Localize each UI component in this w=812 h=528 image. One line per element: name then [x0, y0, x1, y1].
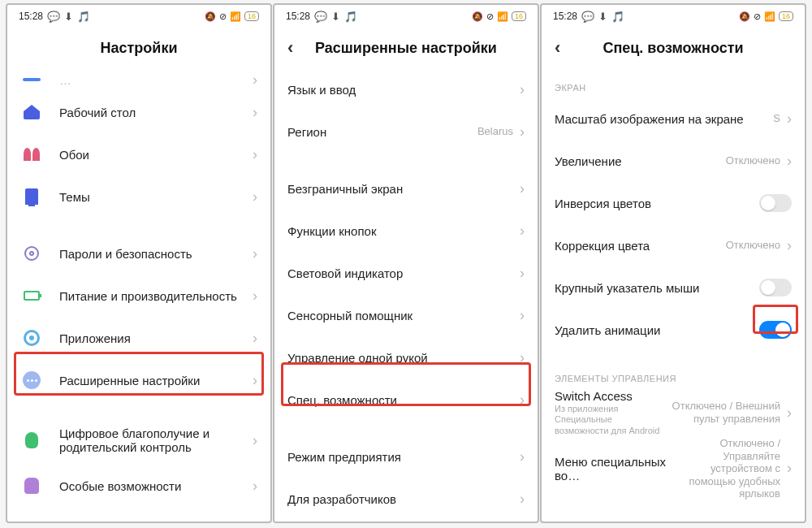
download-icon: ⬇ [598, 11, 607, 23]
settings-item-themes[interactable]: Темы › [7, 175, 270, 218]
adv-item-enterprise[interactable]: Режим предприятия › [274, 435, 538, 478]
row-label: Безграничный экран [287, 182, 520, 196]
page-title: Спец. возможности [603, 40, 743, 57]
phone-screen-accessibility: 15:28 💬 ⬇ 🎵 🔕 ⊘ 📶 16 ‹ Спец. возможности… [540, 3, 806, 523]
no-sim-icon: ⊘ [754, 11, 761, 22]
row-label: Увеличение [555, 154, 726, 168]
row-sub: Из приложения Специальные возможности дл… [555, 404, 667, 436]
chevron-right-icon: › [520, 349, 525, 366]
adv-item-fullscreen[interactable]: Безграничный экран › [274, 167, 538, 210]
settings-item-accessibility[interactable]: Особые возможности › [7, 465, 270, 507]
chevron-right-icon: › [253, 288, 257, 305]
chevron-right-icon: › [253, 188, 257, 206]
back-icon[interactable]: ‹ [287, 37, 293, 58]
more-icon [20, 369, 43, 392]
row-label: Регион [287, 125, 477, 139]
back-icon[interactable]: ‹ [555, 37, 560, 58]
row-label: Язык и ввод [287, 83, 520, 97]
row-label: Удалить анимации [555, 323, 759, 337]
wifi-icon: 📶 [497, 11, 508, 22]
adv-item-language[interactable]: Язык и ввод › [274, 68, 538, 110]
row-label: Темы [59, 190, 253, 204]
chevron-right-icon: › [520, 392, 525, 409]
chevron-right-icon: › [520, 123, 525, 141]
phone-screen-settings: 15:28 💬 ⬇ 🎵 🔕 ⊘ 📶 16 Настройки … › Рабоч… [6, 3, 272, 523]
chevron-right-icon: › [520, 223, 525, 240]
adv-item-led[interactable]: Световой индикатор › [274, 252, 538, 294]
chevron-right-icon: › [253, 372, 257, 389]
music-icon: 🎵 [77, 11, 90, 23]
chevron-right-icon: › [520, 265, 525, 282]
acc-item-magnification[interactable]: Увеличение Отключено › [542, 140, 805, 182]
title-row: ‹ Расширенные настройки [274, 28, 538, 68]
row-label: Питание и производительность [59, 289, 253, 303]
dnd-icon: 🔕 [472, 11, 483, 22]
battery-indicator: 16 [512, 11, 526, 21]
toggle-large-pointer[interactable] [759, 279, 792, 296]
chevron-right-icon: › [787, 237, 792, 254]
battery-icon [20, 284, 43, 307]
row-label: Масштаб изображения на экране [555, 112, 773, 126]
chevron-right-icon: › [787, 153, 792, 170]
row-label: Рабочий стол [59, 106, 253, 119]
adv-item-touch-assistant[interactable]: Сенсорный помощник › [274, 294, 538, 336]
phone-screen-advanced: 15:28 💬 ⬇ 🎵 🔕 ⊘ 📶 16 ‹ Расширенные настр… [273, 3, 539, 523]
row-value: S [773, 112, 780, 125]
chat-icon: 💬 [314, 11, 327, 23]
adv-item-region[interactable]: Регион Belarus › [274, 110, 538, 153]
status-bar: 15:28 💬 ⬇ 🎵 🔕 ⊘ 📶 16 [7, 5, 270, 28]
row-label: Управление одной рукой [287, 351, 520, 365]
acc-item-color-correction[interactable]: Коррекция цвета Отключено › [542, 224, 805, 266]
chat-icon: 💬 [47, 11, 60, 23]
toggle-remove-animations[interactable] [759, 321, 792, 339]
chevron-right-icon: › [253, 330, 257, 347]
title-row: Настройки [7, 28, 270, 68]
chevron-right-icon: › [787, 405, 792, 422]
chevron-right-icon: › [520, 491, 525, 508]
row-label: Световой индикатор [287, 266, 520, 280]
dnd-icon: 🔕 [205, 11, 216, 22]
adv-item-developer[interactable]: Для разработчиков › [274, 478, 538, 520]
row-label: Функции кнопок [287, 224, 520, 238]
dnd-icon: 🔕 [739, 11, 750, 22]
acc-item-display-scale[interactable]: Масштаб изображения на экране S › [542, 97, 805, 140]
chevron-right-icon: › [253, 432, 257, 449]
page-title: Расширенные настройки [315, 40, 497, 57]
toggle-color-inversion[interactable] [759, 194, 792, 212]
theme-icon [20, 185, 43, 208]
row-label: Для разработчиков [287, 492, 520, 506]
settings-item-battery[interactable]: Питание и производительность › [7, 275, 270, 317]
settings-item-advanced[interactable]: Расширенные настройки › [7, 359, 270, 401]
chevron-right-icon: › [520, 448, 525, 465]
chevron-right-icon: › [520, 81, 525, 98]
acc-item-remove-animations[interactable]: Удалить анимации [542, 309, 805, 351]
settings-item-security[interactable]: Пароли и безопасность › [7, 232, 270, 275]
acc-item-color-inversion[interactable]: Инверсия цветов [542, 182, 805, 224]
row-label: Особые возможности [59, 479, 253, 493]
battery-indicator: 16 [779, 11, 793, 21]
chevron-right-icon: › [253, 146, 257, 163]
row-label: Switch Access [555, 389, 667, 403]
settings-item-desktop[interactable]: Рабочий стол › [7, 91, 270, 133]
title-row: ‹ Спец. возможности [542, 28, 805, 68]
acc-item-large-pointer[interactable]: Крупный указатель мыши [542, 266, 805, 309]
download-icon: ⬇ [64, 11, 73, 23]
chevron-right-icon: › [253, 478, 257, 495]
adv-item-buttons[interactable]: Функции кнопок › [274, 210, 538, 252]
settings-item-notifications-clipped[interactable]: … › [7, 68, 270, 91]
acc-item-switch-access[interactable]: Switch Access Из приложения Специальные … [542, 388, 805, 437]
chevron-right-icon: › [787, 460, 792, 477]
row-label: Обои [59, 148, 253, 162]
adv-item-onehand[interactable]: Управление одной рукой › [274, 336, 538, 379]
settings-item-wellbeing[interactable]: Цифровое благополучие и родительский кон… [7, 416, 270, 465]
settings-item-apps[interactable]: Приложения › [7, 317, 270, 359]
music-icon: 🎵 [611, 11, 624, 23]
no-sim-icon: ⊘ [486, 11, 494, 22]
chevron-right-icon: › [520, 180, 525, 197]
row-label: Расширенные настройки [59, 374, 253, 387]
adv-item-accessibility[interactable]: Спец. возможности › [274, 379, 538, 421]
settings-item-wallpaper[interactable]: Обои › [7, 133, 270, 175]
acc-item-accessibility-menu[interactable]: Меню специальных во… Отключено / Управля… [542, 437, 805, 500]
download-icon: ⬇ [331, 11, 340, 23]
row-value: Отключено [726, 154, 780, 167]
